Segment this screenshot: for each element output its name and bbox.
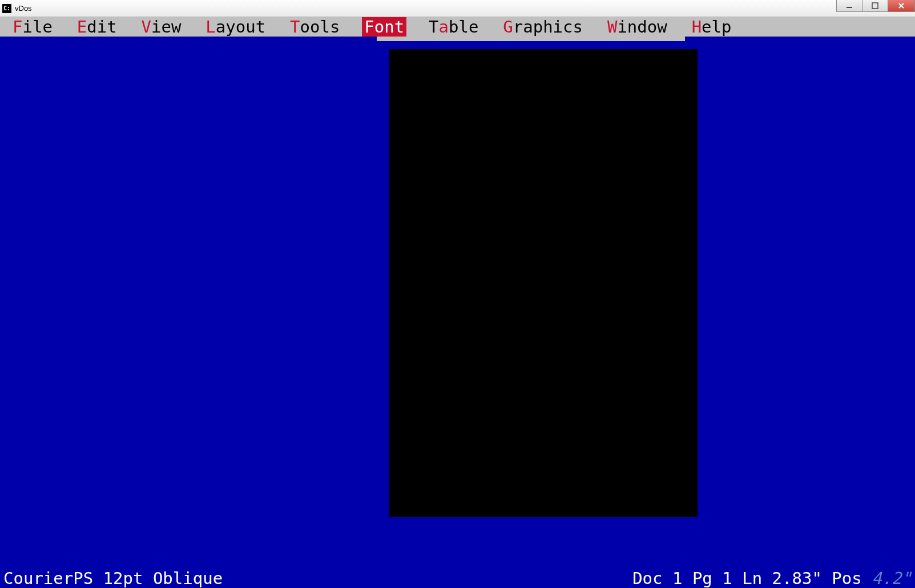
minimize-icon xyxy=(846,2,853,9)
svg-rect-1 xyxy=(872,3,878,9)
mnemonic: E xyxy=(77,17,87,37)
titlebar[interactable]: C: vDos xyxy=(0,0,915,17)
font-dropdown-menu[interactable] xyxy=(377,37,685,41)
mnemonic: L xyxy=(205,17,215,37)
window-frame: C: vDos File Edit View Layout Tools Font… xyxy=(0,0,915,588)
menu-font[interactable]: Font xyxy=(362,17,406,37)
minimize-button[interactable] xyxy=(836,0,862,12)
menu-edit[interactable]: Edit xyxy=(75,17,119,37)
menu-table[interactable]: Table xyxy=(426,17,481,37)
menu-layout[interactable]: Layout xyxy=(203,17,268,37)
window-controls xyxy=(837,0,915,12)
status-right: Doc 1 Pg 1 Ln 2.83" Pos 4.2" xyxy=(553,549,912,588)
close-icon xyxy=(898,2,905,9)
status-right-pos: 4.2" xyxy=(872,569,912,588)
status-right-main: Doc 1 Pg 1 Ln 2.83" Pos xyxy=(632,569,872,588)
mnemonic: H xyxy=(692,17,702,37)
menu-view[interactable]: View xyxy=(139,17,184,37)
status-left: CourierPS 12pt Oblique xyxy=(3,569,223,588)
menubar[interactable]: File Edit View Layout Tools Font Table G… xyxy=(0,17,915,37)
mnemonic: F xyxy=(364,17,374,37)
svg-rect-0 xyxy=(847,7,852,8)
app-icon: C: xyxy=(2,4,11,13)
menu-file[interactable]: File xyxy=(10,17,55,37)
mnemonic: T xyxy=(290,17,300,37)
menu-help[interactable]: Help xyxy=(690,17,734,37)
dos-screen: File Edit View Layout Tools Font Table G… xyxy=(0,17,915,588)
menu-graphics[interactable]: Graphics xyxy=(501,17,585,37)
mnemonic: V xyxy=(142,17,151,37)
mnemonic: G xyxy=(503,17,513,37)
close-button[interactable] xyxy=(888,0,915,12)
maximize-icon xyxy=(872,2,878,9)
dropdown-shadow xyxy=(389,49,698,517)
menu-window[interactable]: Window xyxy=(605,17,670,37)
mnemonic: W xyxy=(607,17,617,37)
status-bar: CourierPS 12pt Oblique Doc 1 Pg 1 Ln 2.8… xyxy=(0,569,915,588)
mnemonic: F xyxy=(13,17,22,37)
maximize-button[interactable] xyxy=(862,0,888,12)
window-title: vDos xyxy=(15,5,32,12)
menu-tools[interactable]: Tools xyxy=(288,17,342,37)
mnemonic: a xyxy=(439,17,449,37)
